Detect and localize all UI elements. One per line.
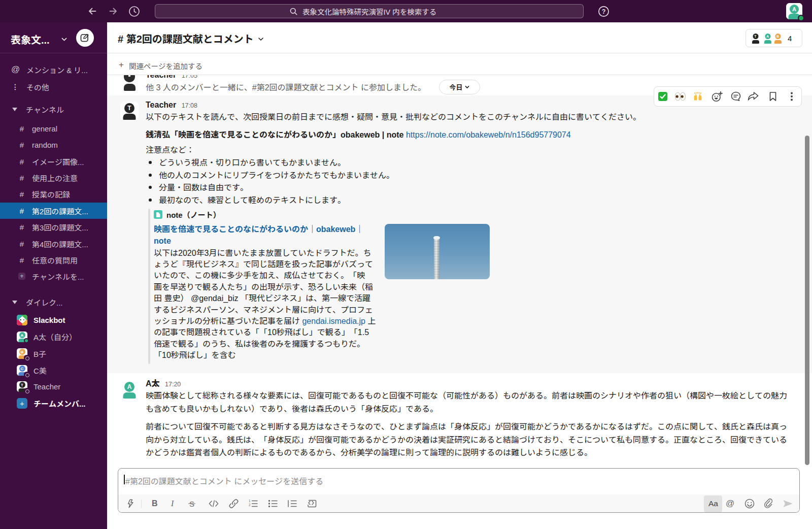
svg-text:2: 2 xyxy=(249,503,251,507)
svg-text:?: ? xyxy=(601,8,605,15)
svg-text:1: 1 xyxy=(249,500,251,503)
